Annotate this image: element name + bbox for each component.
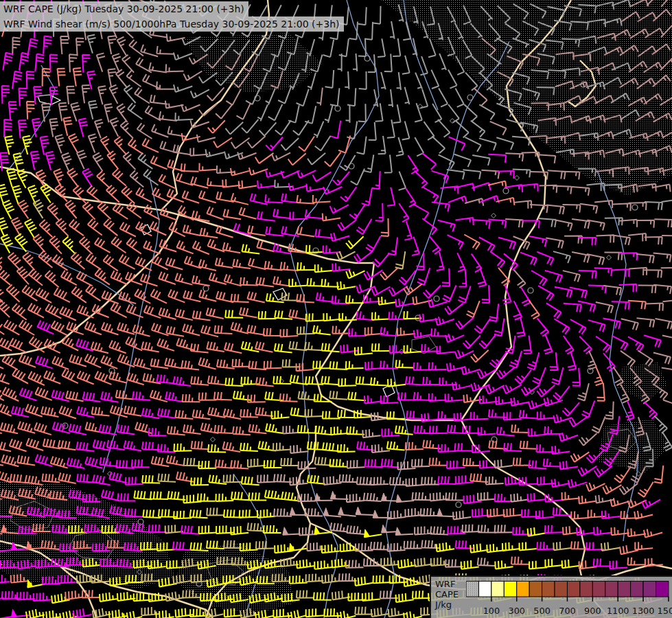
legend-color-box	[505, 581, 517, 597]
map-canvas	[0, 0, 672, 618]
legend-color-box	[542, 581, 555, 597]
wind-barb	[437, 516, 455, 516]
title-line-cape: WRF CAPE (J/kg) Tuesday 30-09-2025 21:00…	[0, 1, 248, 16]
legend-color-box	[491, 581, 504, 597]
legend-label-wrf: WRF	[435, 579, 466, 589]
legend-color-box	[656, 581, 669, 597]
legend-label-cape: CAPE	[435, 589, 466, 599]
weather-map-stage: WRF CAPE (J/kg) Tuesday 30-09-2025 21:00…	[0, 0, 672, 618]
legend-tick-label: 700	[559, 606, 576, 616]
legend-color-box	[643, 581, 656, 597]
legend-label-units: J/kg	[435, 599, 466, 610]
legend-label-block: WRF CAPE J/kg	[431, 577, 466, 610]
legend-color-box	[568, 581, 580, 597]
wind-barb	[283, 534, 301, 534]
title-line-shear: WRF Wind shear (m/s) 500/1000hPa Tuesday…	[0, 16, 344, 32]
cape-legend-panel: WRF CAPE J/kg 10030050070090011001300150…	[430, 575, 672, 618]
legend-colorbar: 100300500700900110013001500	[466, 580, 672, 617]
legend-tick-label: 100	[483, 606, 500, 616]
legend-color-box	[618, 581, 631, 597]
legend-color-box	[631, 581, 643, 597]
wind-barb	[395, 534, 413, 535]
legend-tick-label: 900	[584, 606, 601, 616]
legend-color-box	[555, 581, 567, 597]
legend-color-box	[605, 581, 618, 597]
wind-barb	[356, 514, 373, 515]
legend-color-box	[517, 581, 529, 597]
legend-color-box	[466, 581, 478, 597]
legend-color-box	[479, 581, 491, 597]
legend-tick-label: 300	[509, 606, 525, 616]
legend-color-box	[593, 581, 605, 597]
legend-tick-label: 1500	[658, 606, 672, 616]
title-bar: WRF CAPE (J/kg) Tuesday 30-09-2025 21:00…	[0, 1, 344, 32]
legend-color-box	[530, 581, 542, 597]
legend-tick-label: 1100	[607, 606, 629, 616]
legend-tick-label: 500	[534, 606, 551, 616]
legend-tick-label: 1300	[632, 606, 655, 616]
legend-color-box	[580, 581, 592, 597]
